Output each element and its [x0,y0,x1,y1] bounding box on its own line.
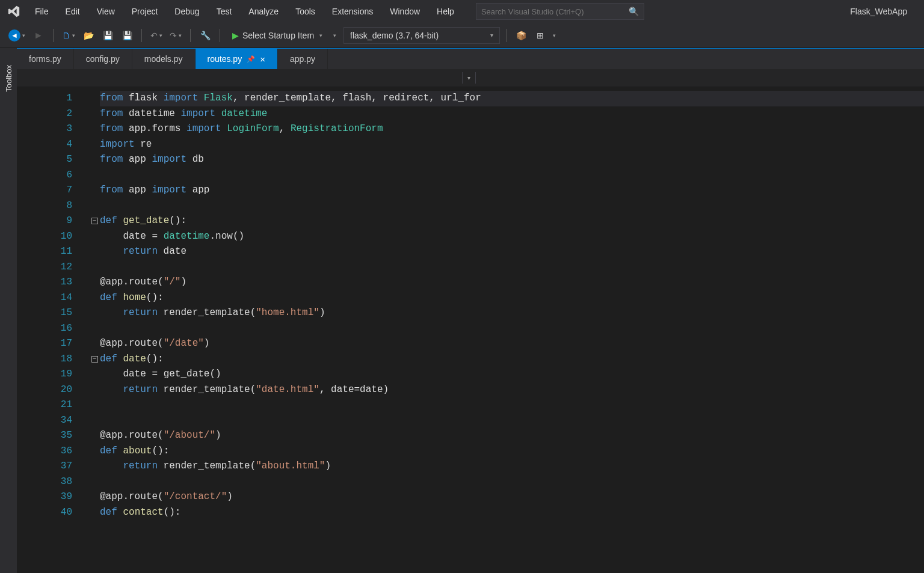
code-line[interactable]: def contact(): [100,505,924,521]
code-line[interactable]: def date(): [100,352,924,367]
line-number: 34 [17,413,72,429]
package-icon[interactable]: 📦 [513,27,529,44]
code-line[interactable]: return render_template("about.html") [100,459,924,474]
line-number: 21 [17,397,72,413]
overflow-icon[interactable]: ▾ [553,32,556,38]
code-line[interactable] [100,321,924,337]
nav-forward-button[interactable]: ► [30,27,47,44]
line-number: 39 [17,489,72,505]
code-line[interactable] [100,168,924,183]
tab-routes-py[interactable]: routes.py📌× [196,49,278,69]
editor-area: forms.pyconfig.pymodels.pyroutes.py📌×app… [17,48,924,573]
nav-back-button[interactable]: ◄▾ [6,27,28,44]
code-content[interactable]: from flask import Flask, render_template… [100,87,924,573]
menu-tools[interactable]: Tools [287,3,324,20]
code-line[interactable] [100,397,924,413]
tab-app-py[interactable]: app.py [278,49,328,69]
code-line[interactable]: from flask import Flask, render_template… [100,91,924,106]
separator [190,29,191,42]
code-line[interactable]: from datetime import datetime [100,106,924,122]
code-line[interactable]: date = get_date() [100,367,924,382]
code-line[interactable]: return render_template("date.html", date… [100,382,924,398]
line-number: 2 [17,106,72,122]
solution-name-label: Flask_WebApp [838,7,919,16]
code-line[interactable] [100,474,924,490]
chevron-down-icon: ▾ [490,32,493,38]
code-line[interactable]: @app.route("/date") [100,336,924,352]
line-number: 7 [17,183,72,198]
save-button[interactable]: 💾 [99,27,116,44]
code-line[interactable] [100,413,924,429]
tab-label: routes.py [208,54,242,64]
code-line[interactable]: from app.forms import LoginForm, Registr… [100,121,924,137]
toolbox-side-tab[interactable]: Toolbox [0,48,17,108]
menu-analyze[interactable]: Analyze [240,3,287,20]
menu-debug[interactable]: Debug [166,3,208,20]
start-debug-button[interactable]: ▶ Select Startup Item ▾ [226,27,328,44]
line-number: 15 [17,305,72,321]
code-line[interactable]: return date [100,244,924,260]
menu-file[interactable]: File [26,3,57,20]
save-all-button[interactable]: 💾 [119,27,135,44]
code-line[interactable]: return render_template("home.html") [100,305,924,321]
menu-help[interactable]: Help [428,3,463,20]
close-icon[interactable]: × [260,54,265,64]
tab-models-py[interactable]: models.py [132,49,196,69]
menu-window[interactable]: Window [381,3,428,20]
menu-test[interactable]: Test [208,3,241,20]
code-line[interactable]: date = datetime.now() [100,229,924,245]
line-number-gutter: 1234567891011121314151617181920213435363… [17,87,89,573]
menu-edit[interactable]: Edit [57,3,88,20]
code-line[interactable]: import re [100,137,924,153]
tab-config-py[interactable]: config.py [74,49,132,69]
menu-extensions[interactable]: Extensions [324,3,381,20]
fold-toggle-icon[interactable]: − [91,356,98,363]
navigation-bar[interactable]: ▾ [17,69,924,87]
code-line[interactable]: @app.route("/about/") [100,428,924,444]
fold-toggle-icon[interactable]: − [91,218,98,224]
line-number: 13 [17,275,72,290]
search-input[interactable] [481,7,625,16]
line-number: 12 [17,260,72,275]
chevron-down-icon[interactable]: ▾ [462,72,476,84]
undo-button[interactable]: ↶▾ [148,27,165,44]
code-line[interactable]: def get_date(): [100,213,924,229]
python-env-selector[interactable]: flask_demo (3.7, 64-bit) ▾ [343,27,500,44]
line-number: 19 [17,367,72,382]
pin-icon[interactable]: 📌 [247,55,255,63]
code-line[interactable]: @app.route("/") [100,275,924,290]
line-number: 9 [17,213,72,229]
code-line[interactable]: from app import db [100,152,924,168]
outlining-margin[interactable]: −− [89,87,100,573]
line-number: 8 [17,198,72,214]
open-file-button[interactable]: 📂 [80,27,97,44]
code-line[interactable] [100,260,924,275]
line-number: 18 [17,352,72,367]
tab-label: config.py [86,54,120,64]
quick-launch-search[interactable]: 🔍 [476,3,644,20]
line-number: 6 [17,168,72,183]
code-line[interactable]: @app.route("/contact/") [100,489,924,505]
menu-view[interactable]: View [88,3,123,20]
menu-project[interactable]: Project [123,3,167,20]
play-icon: ▶ [232,31,239,40]
separator [53,29,54,42]
tab-label: forms.py [29,54,61,64]
code-line[interactable]: def home(): [100,290,924,306]
new-item-button[interactable]: 🗋▾ [60,27,78,44]
window-layout-icon[interactable]: ⊞ [532,27,549,44]
code-editor[interactable]: 1234567891011121314151617181920213435363… [17,87,924,573]
vs-logo-icon [5,5,25,18]
code-line[interactable] [100,198,924,214]
redo-button[interactable]: ↷▾ [167,27,184,44]
code-line[interactable]: from app import app [100,183,924,198]
line-number: 11 [17,244,72,260]
line-number: 1 [17,91,72,106]
line-number: 4 [17,137,72,153]
overflow-icon[interactable]: ▾ [333,32,336,38]
code-line[interactable]: def about(): [100,444,924,459]
tab-forms-py[interactable]: forms.py [17,49,74,69]
properties-button[interactable]: 🔧 [197,27,214,44]
tab-label: models.py [144,54,183,64]
line-number: 14 [17,290,72,306]
